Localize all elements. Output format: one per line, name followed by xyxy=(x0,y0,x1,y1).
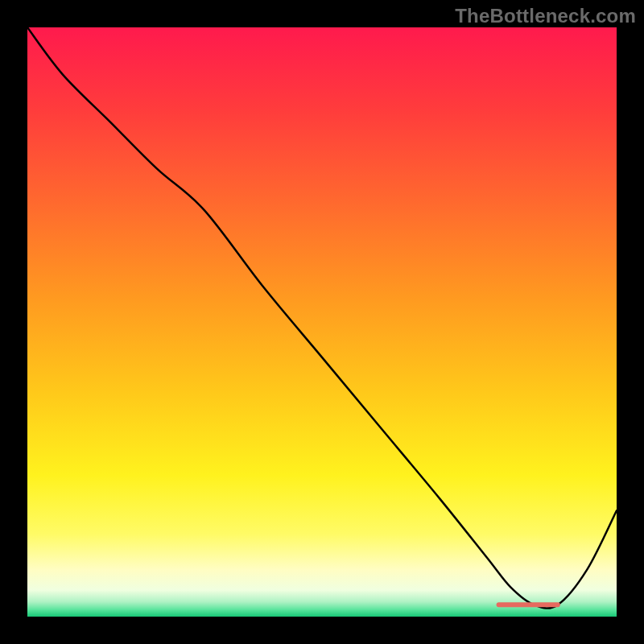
chart-svg xyxy=(27,27,617,617)
attribution-text: TheBottleneck.com xyxy=(455,5,636,27)
gradient-background xyxy=(27,27,617,617)
chart-container: TheBottleneck.com xyxy=(0,0,644,644)
plot-area xyxy=(27,27,617,617)
